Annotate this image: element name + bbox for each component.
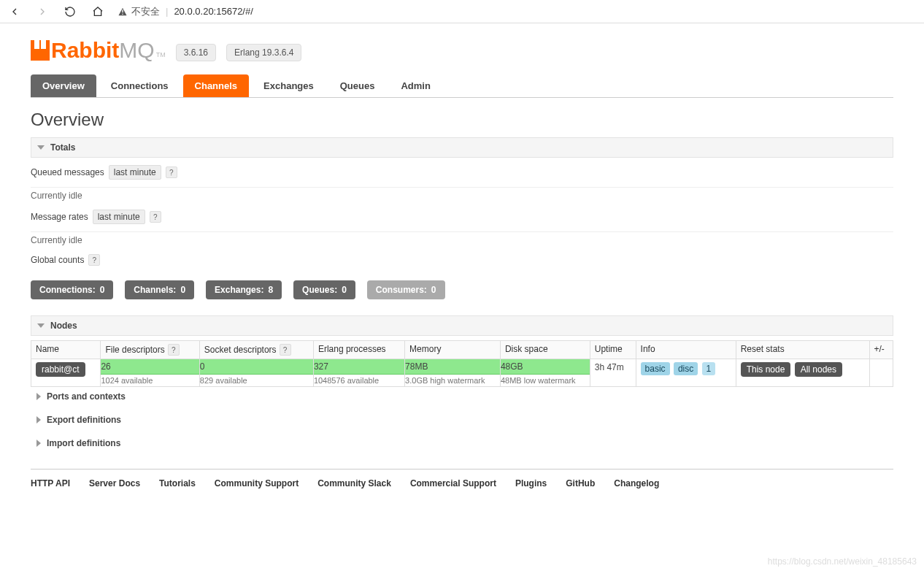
footer-link[interactable]: Plugins: [515, 478, 547, 488]
col-ep: Erlang processes: [313, 341, 404, 359]
reset-all-nodes-button[interactable]: All nodes: [795, 362, 842, 377]
section-totals-header[interactable]: Totals: [31, 137, 893, 158]
section-ports-header[interactable]: Ports and contexts: [31, 387, 893, 406]
help-icon[interactable]: ?: [150, 211, 161, 223]
col-disk: Disk space: [500, 341, 590, 359]
home-button[interactable]: [89, 3, 107, 20]
queued-idle-text: Currently idle: [31, 188, 893, 207]
col-name: Name: [31, 341, 101, 359]
logo-text-left: Rabbit: [51, 38, 119, 62]
col-uptime: Uptime: [590, 341, 636, 359]
rates-range-dropdown[interactable]: last minute: [93, 210, 145, 224]
ep-value: 327: [314, 359, 404, 375]
reset-this-node-button[interactable]: This node: [741, 362, 791, 377]
message-rates-row: Message rates last minute ?: [31, 207, 893, 232]
logo-tm: TM: [156, 51, 166, 58]
help-icon[interactable]: ?: [166, 166, 177, 178]
footer-link[interactable]: Commercial Support: [410, 478, 496, 488]
forward-button[interactable]: [34, 3, 51, 20]
info-count-badge[interactable]: 1: [702, 362, 716, 375]
info-basic-badge[interactable]: basic: [641, 362, 670, 375]
section-ports-label: Ports and contexts: [47, 391, 126, 402]
global-counts-label: Global counts: [31, 255, 84, 265]
tab-overview[interactable]: Overview: [31, 74, 96, 97]
footer-link[interactable]: Community Slack: [317, 478, 391, 488]
queues-count[interactable]: Queues:0: [293, 280, 355, 299]
section-nodes-label: Nodes: [50, 321, 77, 331]
exchanges-count[interactable]: Exchanges:8: [206, 280, 282, 299]
main-tabs: Overview Connections Channels Exchanges …: [31, 74, 893, 98]
url-text: 20.0.0.20:15672/#/: [174, 6, 253, 17]
section-export-label: Export definitions: [47, 415, 121, 425]
chevron-down-icon: [37, 145, 45, 150]
logo-text-right: MQ: [119, 38, 154, 62]
footer-link[interactable]: HTTP API: [31, 478, 70, 488]
channels-count[interactable]: Channels:0: [125, 280, 194, 299]
chevron-right-icon: [36, 393, 41, 400]
insecure-label: 不安全: [131, 5, 160, 18]
global-counts: Connections:0 Channels:0 Exchanges:8 Que…: [31, 280, 893, 299]
section-nodes-header[interactable]: Nodes: [31, 315, 893, 336]
help-icon[interactable]: ?: [280, 344, 291, 356]
insecure-warning: 不安全: [117, 5, 160, 18]
nodes-table: Name File descriptors? Socket descriptor…: [31, 340, 893, 387]
section-export-header[interactable]: Export definitions: [31, 410, 893, 429]
section-import-label: Import definitions: [47, 438, 120, 448]
footer-link[interactable]: Server Docs: [89, 478, 140, 488]
refresh-button[interactable]: [61, 3, 79, 20]
queued-label: Queued messages: [31, 167, 104, 177]
queued-range-dropdown[interactable]: last minute: [109, 165, 161, 180]
header: RabbitMQ TM 3.6.16 Erlang 19.3.6.4: [31, 38, 893, 63]
col-mem: Memory: [405, 341, 501, 359]
tab-connections[interactable]: Connections: [99, 74, 180, 97]
ep-sub: 1048576 available: [314, 375, 404, 386]
erlang-version-pill: Erlang 19.3.6.4: [226, 44, 301, 61]
footer-link[interactable]: Changelog: [614, 478, 659, 488]
footer-link[interactable]: Community Support: [215, 478, 299, 488]
connections-count[interactable]: Connections:0: [31, 280, 113, 299]
chevron-down-icon: [37, 323, 45, 328]
rates-idle-text: Currently idle: [31, 232, 893, 251]
uptime-value: 3h 47m: [590, 359, 636, 387]
rates-label: Message rates: [31, 212, 88, 222]
mem-value: 78MB: [405, 359, 500, 375]
sd-value: 0: [200, 359, 313, 375]
logo: RabbitMQ TM: [31, 38, 166, 63]
tab-admin[interactable]: Admin: [389, 74, 442, 97]
address-bar[interactable]: 不安全 | 20.0.0.20:15672/#/: [117, 5, 918, 18]
warning-icon: [117, 6, 128, 18]
help-icon[interactable]: ?: [88, 254, 100, 266]
table-header-row: Name File descriptors? Socket descriptor…: [31, 341, 893, 359]
info-disc-badge[interactable]: disc: [674, 362, 698, 375]
divider: |: [166, 6, 168, 17]
disk-sub: 48MB low watermark: [501, 375, 590, 386]
col-info: Info: [636, 341, 736, 359]
section-totals-label: Totals: [50, 142, 75, 153]
back-button[interactable]: [6, 3, 23, 20]
help-icon[interactable]: ?: [168, 344, 180, 356]
chevron-right-icon: [36, 440, 41, 447]
section-import-header[interactable]: Import definitions: [31, 434, 893, 453]
page-title: Overview: [31, 110, 893, 130]
queued-messages-row: Queued messages last minute ?: [31, 162, 893, 188]
footer-link[interactable]: Tutorials: [159, 478, 196, 488]
mem-sub: 3.0GB high watermark: [405, 375, 500, 386]
table-row: rabbit@ct 261024 available 0829 availabl…: [31, 359, 893, 387]
footer-link[interactable]: GitHub: [566, 478, 595, 488]
col-plusminus[interactable]: +/-: [869, 341, 893, 359]
fd-value: 26: [101, 359, 199, 375]
col-sd: Socket descriptors?: [199, 341, 313, 359]
global-counts-row: Global counts ?: [31, 251, 893, 270]
node-name[interactable]: rabbit@ct: [36, 362, 85, 377]
col-reset: Reset stats: [736, 341, 869, 359]
rabbitmq-icon: [31, 40, 50, 61]
tab-channels[interactable]: Channels: [183, 74, 250, 97]
tab-exchanges[interactable]: Exchanges: [252, 74, 326, 97]
tab-queues[interactable]: Queues: [328, 74, 387, 97]
sd-sub: 829 available: [200, 375, 313, 386]
version-pill: 3.6.16: [176, 44, 216, 61]
consumers-count[interactable]: Consumers:0: [367, 280, 445, 299]
fd-sub: 1024 available: [101, 375, 199, 386]
disk-value: 48GB: [501, 359, 590, 375]
browser-toolbar: 不安全 | 20.0.0.20:15672/#/: [0, 0, 924, 23]
